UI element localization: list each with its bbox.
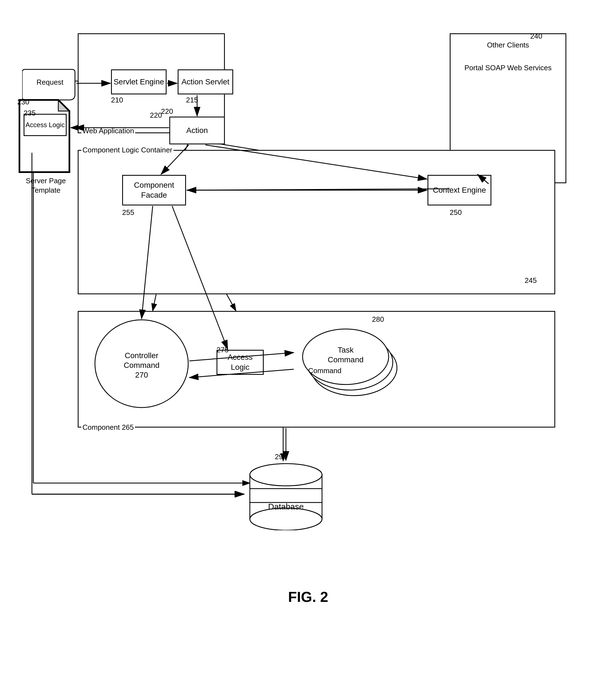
svg-text:Command: Command [328, 355, 364, 364]
action-servlet-label: Action Servlet [181, 77, 229, 87]
context-engine-label: Context Engine [433, 185, 486, 195]
label-250: 250 [450, 208, 462, 217]
portal-soap-label: Portal SOAP Web Services [456, 61, 560, 74]
label-215: 215 [186, 96, 198, 104]
component-265-label: Component 265 [81, 423, 135, 432]
command-label: Command [308, 366, 342, 375]
controller-command-oval: Controller Command 270 [94, 319, 189, 409]
action-box: Action [169, 117, 225, 144]
context-engine-box: Context Engine [427, 175, 491, 205]
label-235: 235 [24, 109, 36, 117]
component-logic-label: Component Logic Container [81, 146, 174, 154]
action-label: Action [186, 126, 208, 135]
label-230: 230 [17, 98, 29, 106]
svg-point-34 [250, 508, 322, 530]
servlet-engine-label: Servlet Engine [113, 77, 164, 87]
task-command-oval: Task Command [294, 319, 400, 398]
label-255: 255 [122, 208, 134, 217]
label-210: 210 [111, 96, 123, 104]
label-290: 290 [275, 452, 287, 461]
svg-text:Controller: Controller [125, 351, 158, 360]
server-page-template-label: Server Page Template [19, 176, 72, 195]
component-facade-box: Component Facade [122, 175, 186, 205]
svg-point-31 [250, 464, 322, 486]
component-logic-container: Component Logic Container [78, 150, 555, 294]
label-245: 245 [525, 276, 536, 285]
action-servlet-box: Action Servlet [178, 69, 233, 94]
web-application-label: Web Application [81, 127, 135, 135]
figure-label: FIG. 2 [288, 588, 328, 605]
svg-text:Task: Task [337, 346, 354, 354]
label-240: 240 [530, 32, 542, 41]
database-shape: Database 290 [244, 461, 328, 531]
access-logic-inner-label: Access Logic [25, 121, 65, 129]
servlet-engine-box: Servlet Engine [111, 69, 167, 94]
svg-text:Command: Command [124, 361, 159, 370]
svg-text:270: 270 [135, 371, 148, 379]
component-facade-label: Component Facade [123, 180, 185, 200]
label-275: 275 [217, 346, 228, 354]
label-280: 280 [372, 315, 384, 324]
label-220: 220 [150, 111, 162, 120]
access-logic-265-label: Access Logic [217, 352, 263, 373]
other-clients-label: Other Clients [456, 40, 560, 50]
svg-text:Request: Request [37, 78, 64, 86]
server-page-document: 230 Access Logic 235 Server Page Templat… [17, 97, 75, 176]
svg-text:Database: Database [268, 502, 304, 511]
